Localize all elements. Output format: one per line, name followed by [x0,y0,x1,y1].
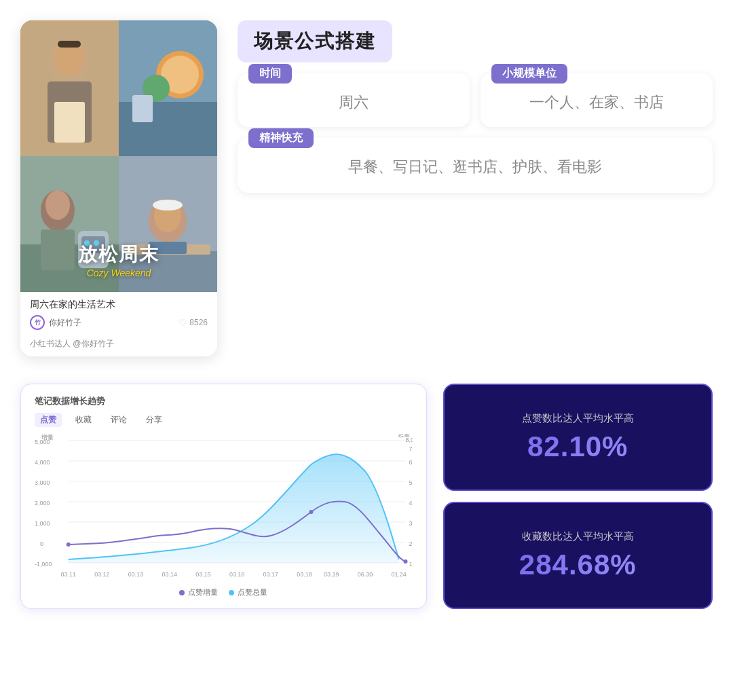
collage-cell-2 [119,20,217,156]
svg-point-64 [309,510,313,514]
stat-card-favorites: 收藏数比达人平均水平高 284.68% [443,502,713,609]
likes-count: 8526 [189,318,208,327]
svg-point-26 [153,200,183,210]
bottom-section: 笔记数据增长趋势 点赞 收藏 评论 分享 -1,000 0 1,000 2,00 [20,384,713,609]
chart-card: 笔记数据增长趋势 点赞 收藏 评论 分享 -1,000 0 1,000 2,00 [20,384,427,609]
chart-title: 笔记数据增长趋势 [35,395,413,407]
svg-text:03.15: 03.15 [195,571,210,578]
phone-card: 放松周末 Cozy Weekend 周六在家的生活艺术 竹 你好竹子 ♡ 852… [20,20,217,356]
formula-label-scale: 小规模单位 [491,64,567,84]
svg-text:03.18: 03.18 [297,571,312,578]
phone-image-area: 放松周末 Cozy Weekend [20,20,217,292]
svg-text:-1,000: -1,000 [35,561,52,568]
stats-panel: 点赞数比达人平均水平高 82.10% 收藏数比达人平均水平高 284.68% [443,384,713,609]
svg-text:03.11: 03.11 [60,571,75,578]
top-section: 放松周末 Cozy Weekend 周六在家的生活艺术 竹 你好竹子 ♡ 852… [20,20,713,356]
chart-area: -1,000 0 1,000 2,000 3,000 4,000 5,000 增… [35,434,413,583]
svg-text:3,000: 3,000 [35,479,50,486]
svg-rect-3 [54,102,85,143]
formula-label-time: 时间 [248,64,292,84]
stat-card-likes: 点赞数比达人平均水平高 82.10% [443,384,713,491]
svg-text:总量: 总量 [397,434,410,438]
formula-value-spirit: 早餐、写日记、逛书店、护肤、看电影 [251,150,699,178]
svg-text:4,000: 4,000 [35,459,50,466]
chart-tab-likes[interactable]: 点赞 [35,413,62,427]
stat-value-likes: 82.10% [461,430,696,463]
phone-note-title: 周六在家的生活艺术 [30,299,208,311]
phone-overlay-text: 放松周末 Cozy Weekend [20,242,217,278]
stat-value-favorites: 284.68% [461,549,696,581]
svg-text:1,000: 1,000 [409,561,413,568]
svg-point-65 [404,559,408,564]
scene-panel: 场景公式搭建 时间 周六 小规模单位 一个人、在家、书店 精神快充 早餐、写日记… [238,20,713,356]
svg-point-15 [45,190,70,220]
phone-info: 周六在家的生活艺术 竹 你好竹子 ♡ 8526 [20,292,217,334]
svg-text:3,000: 3,000 [409,520,413,527]
formula-card-spirit: 精神快充 早餐、写日记、逛书店、护肤、看电影 [238,138,713,193]
svg-text:03.16: 03.16 [229,571,244,578]
legend-label-total: 点赞总量 [238,587,267,597]
svg-text:2,000: 2,000 [35,500,50,506]
svg-text:4,000: 4,000 [409,500,413,506]
legend-item-total: 点赞总量 [229,587,267,597]
svg-rect-5 [58,41,81,48]
svg-point-63 [67,542,71,547]
phone-title-en: Cozy Weekend [20,268,217,278]
stat-label-favorites: 收藏数比达人平均水平高 [461,530,696,543]
legend-dot-purple [179,590,185,595]
svg-text:2,000: 2,000 [409,540,413,547]
phone-avatar-row: 竹 你好竹子 [30,315,81,330]
svg-rect-11 [132,95,153,122]
svg-text:03.17: 03.17 [263,571,278,578]
phone-username: 你好竹子 [49,317,81,329]
svg-text:增量: 增量 [41,434,54,441]
svg-text:1,000: 1,000 [35,520,50,527]
phone-likes: ♡ 8526 [178,318,208,328]
phone-credit: 小红书达人 @你好竹子 [20,338,217,356]
formula-value-scale: 一个人、在家、书店 [494,86,699,113]
svg-text:0: 0 [40,540,43,547]
stat-label-likes: 点赞数比达人平均水平高 [461,412,696,425]
chart-tab-comments[interactable]: 评论 [105,413,132,427]
formula-label-spirit: 精神快充 [248,128,314,148]
svg-text:5,000: 5,000 [409,479,413,486]
svg-text:7,000: 7,000 [409,445,413,452]
legend-label-increment: 点赞增量 [188,587,218,597]
phone-title-zh: 放松周末 [20,242,217,268]
svg-text:03.12: 03.12 [94,571,109,578]
legend-dot-blue [229,590,234,595]
scene-title: 场景公式搭建 [238,20,392,62]
formula-grid: 时间 周六 小规模单位 一个人、在家、书店 精神快充 早餐、写日记、逛书店、护肤… [238,73,713,193]
svg-text:03.19: 03.19 [324,571,339,578]
chart-legend: 点赞增量 点赞总量 [35,587,413,597]
chart-tabs: 点赞 收藏 评论 分享 [35,413,413,427]
formula-card-time: 时间 周六 [238,73,470,127]
avatar: 竹 [30,315,45,330]
formula-card-scale: 小规模单位 一个人、在家、书店 [481,73,713,127]
chart-tab-favorites[interactable]: 收藏 [70,413,97,427]
svg-text:06.30: 06.30 [358,571,373,578]
svg-text:03.14: 03.14 [162,571,177,578]
legend-item-increment: 点赞增量 [179,587,218,597]
chart-tab-shares[interactable]: 分享 [140,413,168,427]
heart-icon: ♡ [178,318,187,328]
svg-text:01.24: 01.24 [391,571,406,578]
collage-cell-1 [20,20,119,156]
phone-info-meta: 竹 你好竹子 ♡ 8526 [30,315,208,330]
svg-text:6,000: 6,000 [409,459,413,466]
svg-text:03.13: 03.13 [128,571,143,578]
formula-value-time: 周六 [251,86,456,113]
